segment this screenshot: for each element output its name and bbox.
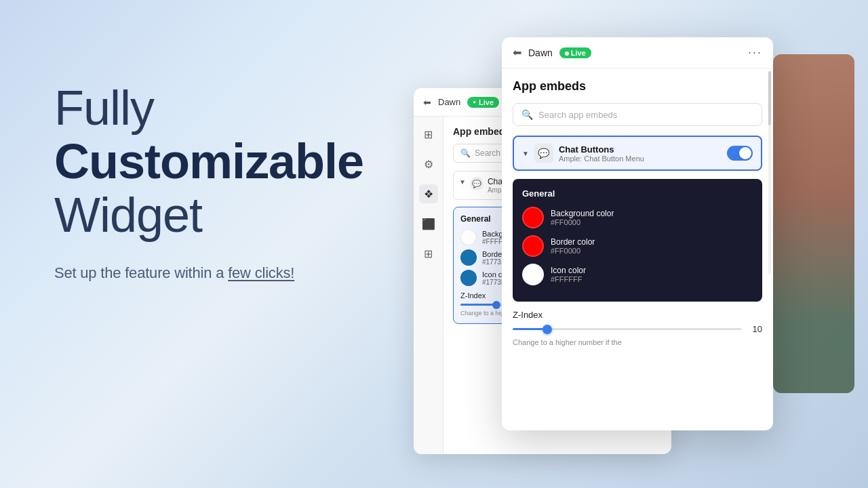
general-panel: General Background color #FF0000 Border …	[513, 179, 762, 302]
front-search-bar[interactable]: 🔍 Search app embeds	[513, 103, 762, 126]
scrollbar-thumb[interactable]	[768, 71, 771, 125]
chat-icon-small: 💬	[470, 177, 484, 190]
front-color-info-icon: Icon color #FFFFFF	[551, 266, 753, 283]
color-swatch-border[interactable]	[460, 249, 477, 266]
front-z-label: Z-Index	[513, 310, 762, 320]
sidebar-icon-2[interactable]: ⚙	[419, 155, 438, 174]
subtitle: Set up the feature within a few clicks!	[54, 264, 434, 282]
back-icon: ⬅	[423, 97, 431, 108]
ui-mockup-area: ⬅ Dawn Live ··· ⊞ ⚙ ❖ ⬛ ⊞ App embeds 🔍 S…	[393, 0, 868, 488]
front-window-title: Dawn	[528, 47, 553, 58]
back-search-icon: 🔍	[460, 148, 471, 158]
chat-expand-icon: ▼	[522, 150, 529, 157]
sidebar-icon-1[interactable]: ⊞	[419, 125, 438, 144]
headline: Fully Customizable Widget	[54, 81, 434, 243]
front-color-label-icon: Icon color	[551, 266, 753, 275]
general-panel-title: General	[522, 188, 753, 199]
front-slider-track[interactable]	[513, 328, 742, 330]
sidebar-icon-4[interactable]: ⬛	[419, 214, 438, 233]
sidebar-icons: ⊞ ⚙ ❖ ⬛ ⊞	[414, 117, 443, 454]
front-live-badge: Live	[559, 47, 591, 58]
color-swatch-icon[interactable]	[460, 270, 477, 286]
slider-fill-back	[460, 304, 496, 306]
back-window-title: Dawn	[438, 97, 460, 107]
color-swatch-bg[interactable]	[460, 229, 477, 245]
deco-element	[773, 54, 854, 393]
front-slider-row: 10	[513, 324, 762, 334]
headline-line1: Fully	[54, 81, 434, 135]
front-color-info-border: Border color #FF0000	[551, 237, 753, 255]
chat-buttons-title: Chat Buttons	[559, 144, 722, 155]
headline-line3: Widget	[54, 188, 434, 242]
expand-arrow-icon: ▼	[459, 178, 466, 186]
front-color-row-border: Border color #FF0000	[522, 235, 753, 257]
front-color-row-icon: Icon color #FFFFFF	[522, 264, 753, 285]
chat-buttons-item[interactable]: ▼ 💬 Chat Buttons Ample: Chat Button Menu	[513, 136, 762, 171]
back-live-badge: Live	[467, 97, 499, 108]
front-color-row-bg: Background color #FF0000	[522, 207, 753, 228]
front-color-swatch-border[interactable]	[522, 235, 544, 257]
chat-buttons-subtitle: Ample: Chat Button Menu	[559, 155, 722, 163]
front-color-swatch-bg[interactable]	[522, 207, 544, 228]
back-search-placeholder: Search	[475, 148, 500, 158]
front-window: ⬅ Dawn Live ··· App embeds 🔍 Search app …	[502, 37, 773, 430]
front-color-swatch-icon[interactable]	[522, 264, 544, 285]
left-section: Fully Customizable Widget Set up the fea…	[54, 81, 434, 282]
headline-line2: Customizable	[54, 135, 434, 188]
front-window-body: App embeds 🔍 Search app embeds ▼ 💬 Chat …	[502, 68, 773, 428]
front-live-badge-text: Live	[571, 49, 586, 57]
front-slider-thumb[interactable]	[542, 325, 552, 334]
subtitle-text: Set up the feature within a	[54, 264, 228, 281]
front-color-label-bg: Background color	[551, 209, 753, 218]
app-embeds-title: App embeds	[513, 79, 762, 94]
chat-item-info: Chat Buttons Ample: Chat Button Menu	[559, 144, 722, 163]
front-dots-menu[interactable]: ···	[748, 45, 762, 60]
front-window-scrollbar[interactable]	[768, 71, 771, 274]
slider-thumb-back[interactable]	[492, 301, 500, 309]
front-search-icon: 🔍	[521, 109, 533, 120]
front-color-hex-border: #FF0000	[551, 247, 753, 255]
front-search-placeholder: Search app embeds	[538, 110, 617, 120]
sidebar-icon-5[interactable]: ⊞	[419, 244, 438, 263]
front-z-hint: Change to a higher number if the	[513, 338, 762, 346]
front-color-hex-icon: #FFFFFF	[551, 275, 753, 283]
chat-app-icon: 💬	[534, 144, 553, 163]
front-window-titlebar: ⬅ Dawn Live ···	[502, 37, 773, 68]
front-z-value: 10	[749, 324, 762, 334]
sidebar-icon-3[interactable]: ❖	[419, 184, 438, 203]
front-z-section: Z-Index 10 Change to a higher number if …	[513, 310, 762, 346]
front-back-icon[interactable]: ⬅	[513, 46, 521, 59]
front-color-info-bg: Background color #FF0000	[551, 209, 753, 226]
front-color-hex-bg: #FF0000	[551, 218, 753, 226]
chat-buttons-toggle[interactable]	[727, 146, 753, 161]
subtitle-link[interactable]: few clicks!	[228, 264, 294, 281]
front-color-label-border: Border color	[551, 237, 753, 247]
